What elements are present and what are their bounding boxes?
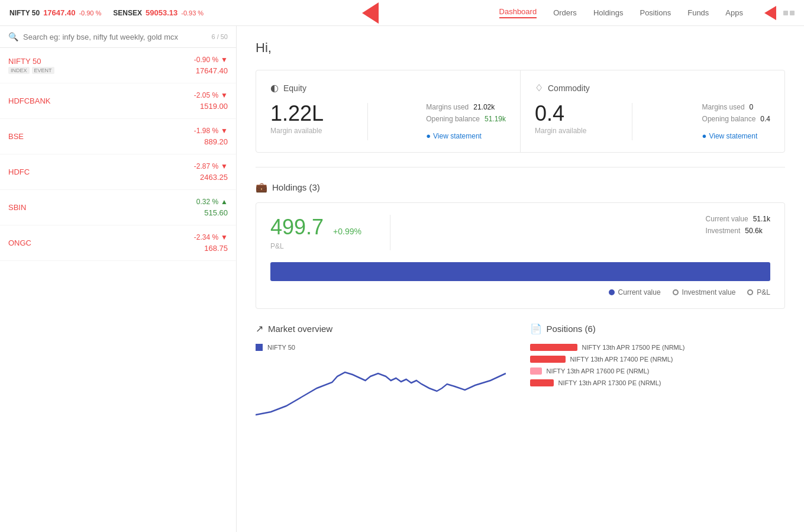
equity-margin-label: Margin available [270, 127, 353, 135]
stock-info: BSE [8, 132, 24, 141]
stock-price: 889.20 [204, 137, 228, 146]
commodity-view-statement[interactable]: ● View statement [702, 131, 770, 140]
nav-apps[interactable]: Apps [725, 8, 743, 17]
search-input[interactable] [23, 33, 206, 41]
equity-margins-used-row: Margins used 21.02k [426, 103, 506, 111]
sensex-change: -0.93 % [181, 9, 204, 17]
logo-icon[interactable] [362, 2, 383, 24]
watchlist-item[interactable]: HDFC -2.87 % ▼ 2463.25 [0, 154, 236, 190]
menu-bar-2 [790, 11, 795, 15]
arrow-down-icon: ▼ [221, 233, 228, 241]
logo-area[interactable] [246, 2, 499, 24]
market-overview: ↗ Market overview NIFTY 50 [256, 323, 511, 427]
menu-icon[interactable] [783, 11, 795, 15]
equity-margin-value: 1.22L [270, 103, 353, 124]
nav-dashboard[interactable]: Dashboard [499, 7, 537, 18]
user-logo-icon [764, 6, 776, 20]
stock-name: ONGC [8, 238, 31, 247]
stock-tag: EVENT [32, 67, 54, 74]
stock-right: -2.87 % ▼ 2463.25 [194, 162, 228, 182]
equity-opening-balance-row: Opening balance 51.19k [426, 115, 506, 123]
arrow-up-icon: ▲ [221, 198, 228, 206]
stock-info: HDFC [8, 167, 30, 176]
chart-legend: Current value Investment value P&L [270, 288, 770, 296]
equity-header: ◐ Equity [270, 82, 506, 93]
pnl-label: P&L [270, 242, 361, 250]
stock-right: -0.90 % ▼ 17647.40 [194, 56, 228, 75]
equity-divider [367, 103, 368, 140]
stock-info: SBIN [8, 203, 26, 212]
market-tickers: NIFTY 50 17647.40 -0.90 % SENSEX 59053.1… [9, 8, 246, 17]
equity-inner: 1.22L Margin available Margins used 21.0… [270, 103, 506, 140]
arrow-down-icon: ▼ [221, 91, 228, 99]
commodity-margins-used-value: 0 [750, 103, 754, 111]
stock-price: 515.60 [204, 208, 228, 217]
stock-right: -2.34 % ▼ 168.75 [194, 233, 228, 253]
watchlist-item[interactable]: SBIN 0.32 % ▲ 515.60 [0, 190, 236, 225]
watchlist-item[interactable]: BSE -1.98 % ▼ 889.20 [0, 119, 236, 154]
legend-current-value[interactable]: Current value [609, 288, 661, 296]
stock-change: -2.05 % ▼ [194, 91, 228, 99]
legend-pnl-label: P&L [757, 288, 770, 296]
nav-right [755, 6, 795, 20]
commodity-opening-balance-row: Opening balance 0.4 [702, 115, 770, 123]
legend-radio-current [609, 289, 615, 295]
positions-section: 📄 Positions (6) NIFTY 13th APR 17500 PE … [530, 323, 786, 427]
commodity-divider [632, 103, 632, 140]
pnl-pct: +0.99% [333, 227, 361, 236]
stock-change: -1.98 % ▼ [194, 127, 228, 135]
watchlist-item[interactable]: HDFCBANK -2.05 % ▼ 1519.00 [0, 83, 236, 119]
equity-view-statement[interactable]: ● View statement [426, 131, 506, 140]
bottom-sections: ↗ Market overview NIFTY 50 📄 Positions (… [256, 323, 785, 427]
positions-list: NIFTY 13th APR 17500 PE (NRML) NIFTY 13t… [530, 344, 786, 386]
market-icon: ↗ [256, 323, 263, 334]
stock-price: 17647.40 [196, 66, 228, 75]
main-nav: Dashboard Orders Holdings Positions Fund… [499, 7, 743, 18]
commodity-icon: ♢ [535, 82, 543, 93]
watchlist-item[interactable]: NIFTY 50 INDEXEVENT -0.90 % ▼ 17647.40 [0, 48, 236, 83]
chart-legend-top: NIFTY 50 [256, 344, 511, 351]
stock-name: NIFTY 50 [8, 57, 54, 66]
equity-panel: ◐ Equity 1.22L Margin available Margins … [256, 70, 520, 152]
commodity-opening-balance-label: Opening balance [702, 115, 756, 123]
stock-right: 0.32 % ▲ 515.60 [196, 198, 228, 217]
stock-change: -2.34 % ▼ [194, 233, 228, 241]
sidebar: 🔍 6 / 50 NIFTY 50 INDEXEVENT -0.90 % ▼ 1… [0, 26, 237, 532]
holdings-right: Current value 51.1k Investment 50.6k [706, 215, 770, 237]
commodity-margin-details: Margins used 0 Opening balance 0.4 ● Vie… [683, 103, 770, 140]
legend-pnl[interactable]: P&L [747, 288, 770, 296]
stock-change: -2.87 % ▼ [194, 162, 228, 170]
holdings-bar [270, 262, 770, 281]
commodity-panel: ♢ Commodity 0.4 Margin available Margins… [520, 70, 784, 152]
position-bar [530, 356, 566, 363]
nav-funds[interactable]: Funds [687, 8, 709, 17]
legend-radio-pnl [747, 289, 753, 295]
nav-positions[interactable]: Positions [640, 8, 671, 17]
equity-margin-details: Margins used 21.02k Opening balance 51.1… [407, 103, 506, 140]
nav-orders[interactable]: Orders [553, 8, 577, 17]
equity-margins-used-label: Margins used [426, 103, 469, 111]
nav-holdings[interactable]: Holdings [593, 8, 624, 17]
position-bar [530, 344, 577, 351]
market-overview-title: ↗ Market overview [256, 323, 511, 334]
watchlist-item[interactable]: ONGC -2.34 % ▼ 168.75 [0, 225, 236, 261]
position-item: NIFTY 13th APR 17300 PE (NRML) [530, 379, 786, 386]
position-bar [530, 379, 554, 386]
chart-legend-dot [256, 344, 263, 351]
stock-tag: INDEX [8, 67, 30, 74]
stock-change: 0.32 % ▲ [196, 198, 228, 206]
position-item: NIFTY 13th APR 17400 PE (NRML) [530, 356, 786, 363]
legend-investment-label: Investment value [682, 288, 736, 296]
holdings-title-text: Holdings (3) [272, 182, 320, 192]
stock-price: 168.75 [204, 244, 228, 253]
market-chart [256, 356, 511, 427]
stock-price: 1519.00 [200, 102, 228, 111]
position-label: NIFTY 13th APR 17500 PE (NRML) [582, 344, 786, 351]
legend-investment-value[interactable]: Investment value [673, 288, 736, 296]
position-label: NIFTY 13th APR 17300 PE (NRML) [558, 379, 786, 386]
content-area: Hi, ◐ Equity 1.22L Margin available [237, 26, 804, 532]
arrow-down-icon: ▼ [221, 56, 228, 64]
commodity-opening-balance-value: 0.4 [760, 115, 770, 123]
commodity-margin-label: Margin available [535, 127, 618, 135]
arrow-down-icon: ▼ [221, 127, 228, 135]
